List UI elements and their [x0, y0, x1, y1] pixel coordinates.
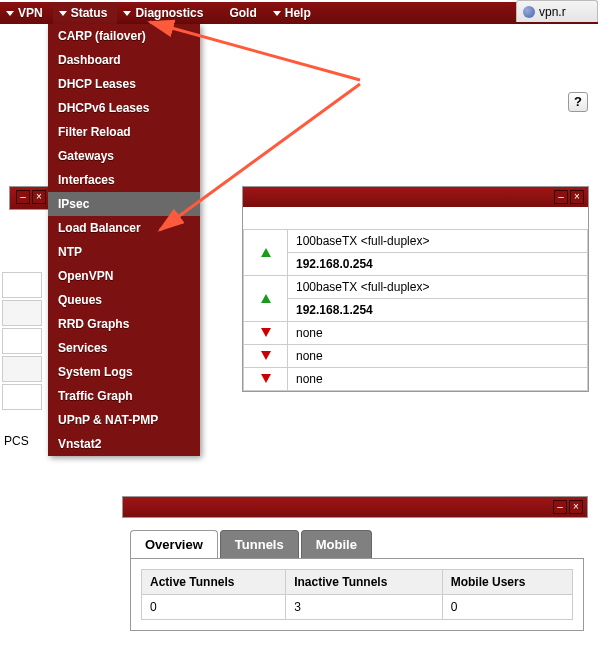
- dd-load-balancer[interactable]: Load Balancer: [48, 216, 200, 240]
- td-active-tunnels: 0: [142, 595, 286, 620]
- dd-dhcp-leases[interactable]: DHCP Leases: [48, 72, 200, 96]
- chevron-down-icon: [273, 11, 281, 16]
- dd-dhcpv6-leases[interactable]: DHCPv6 Leases: [48, 96, 200, 120]
- dd-filter-reload[interactable]: Filter Reload: [48, 120, 200, 144]
- arrow-up-icon: [261, 248, 271, 257]
- tunnels-summary-table: Active Tunnels Inactive Tunnels Mobile U…: [141, 569, 573, 620]
- nav-status[interactable]: Status: [53, 2, 118, 24]
- browser-tab[interactable]: vpn.r: [516, 0, 598, 22]
- question-icon: ?: [574, 94, 582, 109]
- status-dropdown: CARP (failover) Dashboard DHCP Leases DH…: [48, 24, 200, 456]
- if-speed: 100baseTX <full-duplex>: [288, 276, 588, 299]
- if-ip: 192.168.0.254: [288, 253, 588, 276]
- dd-dashboard[interactable]: Dashboard: [48, 48, 200, 72]
- panel-minimize-button[interactable]: –: [553, 500, 567, 514]
- nav-label: Help: [285, 6, 311, 20]
- th-mobile-users: Mobile Users: [442, 570, 572, 595]
- nav-label: VPN: [18, 6, 43, 20]
- panel-close-button[interactable]: ×: [32, 190, 46, 204]
- if-ip: 192.168.1.254: [288, 299, 588, 322]
- panel-close-button[interactable]: ×: [570, 190, 584, 204]
- dd-interfaces[interactable]: Interfaces: [48, 168, 200, 192]
- interfaces-table: 100baseTX <full-duplex> 192.168.0.254 10…: [243, 229, 588, 391]
- chevron-down-icon: [59, 11, 67, 16]
- nav-diagnostics[interactable]: Diagnostics: [117, 2, 213, 24]
- th-active-tunnels: Active Tunnels: [142, 570, 286, 595]
- dd-gateways[interactable]: Gateways: [48, 144, 200, 168]
- globe-icon: [523, 6, 535, 18]
- tab-overview[interactable]: Overview: [130, 530, 218, 558]
- nav-label: Gold: [229, 6, 256, 20]
- nav-vpn[interactable]: VPN: [0, 2, 53, 24]
- dd-queues[interactable]: Queues: [48, 288, 200, 312]
- th-inactive-tunnels: Inactive Tunnels: [286, 570, 443, 595]
- dd-vnstat2[interactable]: Vnstat2: [48, 432, 200, 456]
- arrow-up-icon: [261, 294, 271, 303]
- arrow-down-icon: [261, 328, 271, 337]
- ipsec-panel: – ×: [122, 496, 588, 518]
- dd-carp[interactable]: CARP (failover): [48, 24, 200, 48]
- nav-label: Diagnostics: [135, 6, 203, 20]
- chevron-down-icon: [6, 11, 14, 16]
- tab-mobile[interactable]: Mobile: [301, 530, 372, 558]
- nav-label: Status: [71, 6, 108, 20]
- if-status: none: [288, 322, 588, 345]
- td-inactive-tunnels: 3: [286, 595, 443, 620]
- interfaces-panel: – × 100baseTX <full-duplex> 192.168.0.25…: [242, 186, 589, 392]
- dd-openvpn[interactable]: OpenVPN: [48, 264, 200, 288]
- arrow-down-icon: [261, 351, 271, 360]
- chevron-down-icon: [123, 11, 131, 16]
- dd-upnp-nat-pmp[interactable]: UPnP & NAT-PMP: [48, 408, 200, 432]
- panel-header: – ×: [10, 187, 50, 209]
- arrow-down-icon: [261, 374, 271, 383]
- dd-services[interactable]: Services: [48, 336, 200, 360]
- if-status: none: [288, 368, 588, 391]
- tab-tunnels[interactable]: Tunnels: [220, 530, 299, 558]
- left-panel: – ×: [9, 186, 51, 210]
- dd-ntp[interactable]: NTP: [48, 240, 200, 264]
- left-partial-table: [0, 270, 44, 412]
- dd-rrd-graphs[interactable]: RRD Graphs: [48, 312, 200, 336]
- panel-header: – ×: [243, 187, 588, 207]
- nav-gold[interactable]: Gold: [213, 2, 266, 24]
- td-mobile-users: 0: [442, 595, 572, 620]
- nav-help[interactable]: Help: [267, 2, 321, 24]
- top-navbar: VPN Status Diagnostics Gold Help: [0, 2, 598, 24]
- dd-system-logs[interactable]: System Logs: [48, 360, 200, 384]
- left-pcs-label: PCS: [0, 430, 33, 452]
- panel-header: – ×: [123, 497, 587, 517]
- dd-traffic-graph[interactable]: Traffic Graph: [48, 384, 200, 408]
- if-speed: 100baseTX <full-duplex>: [288, 230, 588, 253]
- ipsec-tabs: Overview Tunnels Mobile: [130, 530, 374, 558]
- panel-minimize-button[interactable]: –: [554, 190, 568, 204]
- browser-tab-label: vpn.r: [539, 5, 566, 19]
- if-status: none: [288, 345, 588, 368]
- help-button[interactable]: ?: [568, 92, 588, 112]
- ipsec-overview-body: Active Tunnels Inactive Tunnels Mobile U…: [130, 558, 584, 631]
- panel-close-button[interactable]: ×: [569, 500, 583, 514]
- dd-ipsec[interactable]: IPsec: [48, 192, 200, 216]
- panel-minimize-button[interactable]: –: [16, 190, 30, 204]
